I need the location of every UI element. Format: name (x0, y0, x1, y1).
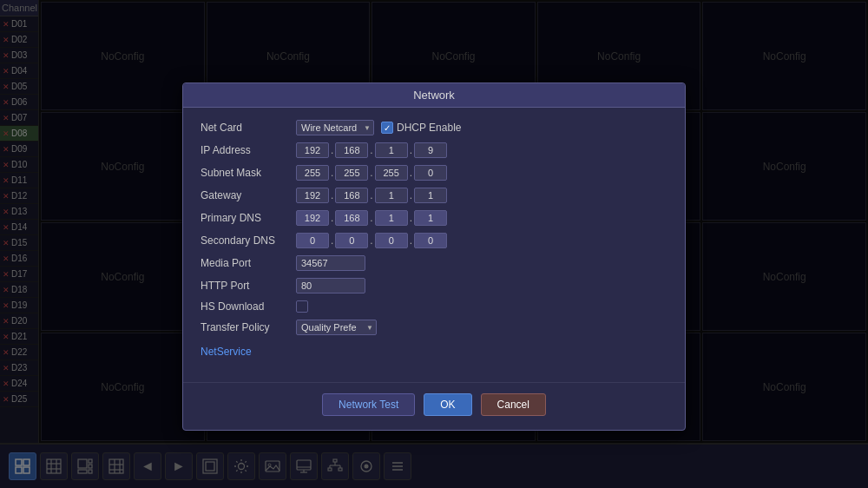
sdns-part-2[interactable] (335, 233, 368, 248)
network-modal: Network Net Card Wire Netcard ✓ DHCP Ena… (182, 82, 686, 431)
hs-download-checkbox[interactable] (296, 300, 308, 313)
dhcp-label[interactable]: ✓ DHCP Enable (381, 122, 461, 134)
subnet-part-4[interactable] (414, 165, 447, 181)
net-service-row: NetService (201, 342, 667, 358)
modal-footer: Network Test OK Cancel (183, 382, 685, 430)
cancel-button[interactable]: Cancel (481, 393, 546, 416)
media-port-row: Media Port (201, 255, 667, 271)
sdns-part-4[interactable] (414, 233, 447, 248)
ip-part-4[interactable] (414, 142, 447, 158)
sdns-part-3[interactable] (375, 233, 408, 248)
pdns-part-2[interactable] (335, 210, 368, 226)
media-port-label: Media Port (201, 257, 296, 269)
gateway-part-3[interactable] (375, 188, 408, 203)
pdns-part-3[interactable] (375, 210, 408, 226)
secondary-dns-label: Secondary DNS (201, 234, 296, 247)
net-card-select-wrapper[interactable]: Wire Netcard (296, 120, 374, 135)
modal-body: Net Card Wire Netcard ✓ DHCP Enable IP A… (183, 108, 685, 377)
http-port-row: HTTP Port (201, 278, 667, 293)
gateway-group: . . . (296, 188, 447, 203)
ip-address-row: IP Address . . . (201, 142, 667, 158)
ip-address-label: IP Address (201, 144, 296, 156)
gateway-part-1[interactable] (296, 188, 329, 203)
ok-button[interactable]: OK (424, 393, 471, 416)
subnet-part-3[interactable] (375, 165, 408, 181)
transfer-policy-select[interactable]: Quality Prefe Fluency Prefe (296, 320, 377, 335)
pdns-part-4[interactable] (414, 210, 447, 226)
dhcp-checkbox[interactable]: ✓ (381, 122, 393, 134)
ip-part-3[interactable] (375, 142, 408, 158)
modal-overlay: Network Net Card Wire Netcard ✓ DHCP Ena… (0, 0, 868, 488)
net-service-link[interactable]: NetService (201, 346, 252, 358)
ip-part-1[interactable] (296, 142, 329, 158)
subnet-mask-label: Subnet Mask (201, 167, 296, 179)
subnet-part-1[interactable] (296, 165, 329, 181)
sdns-part-1[interactable] (296, 233, 329, 248)
transfer-policy-row: Transfer Policy Quality Prefe Fluency Pr… (201, 320, 667, 335)
primary-dns-row: Primary DNS . . . (201, 210, 667, 226)
ip-address-group: . . . (296, 142, 447, 158)
subnet-mask-row: Subnet Mask . . . (201, 165, 667, 181)
net-card-label: Net Card (201, 122, 296, 134)
http-port-input[interactable] (296, 278, 365, 293)
subnet-part-2[interactable] (335, 165, 368, 181)
secondary-dns-row: Secondary DNS . . . (201, 233, 667, 248)
gateway-label: Gateway (201, 189, 296, 201)
secondary-dns-group: . . . (296, 233, 447, 248)
gateway-part-2[interactable] (335, 188, 368, 203)
gateway-row: Gateway . . . (201, 188, 667, 203)
net-card-row: Net Card Wire Netcard ✓ DHCP Enable (201, 120, 667, 135)
network-test-button[interactable]: Network Test (322, 393, 415, 416)
primary-dns-label: Primary DNS (201, 212, 296, 224)
subnet-mask-group: . . . (296, 165, 447, 181)
transfer-policy-select-wrapper[interactable]: Quality Prefe Fluency Prefe (296, 320, 377, 335)
dhcp-label-text: DHCP Enable (397, 122, 461, 134)
net-card-select[interactable]: Wire Netcard (296, 120, 374, 135)
pdns-part-1[interactable] (296, 210, 329, 226)
gateway-part-4[interactable] (414, 188, 447, 203)
http-port-label: HTTP Port (201, 280, 296, 292)
hs-download-row: HS Download (201, 300, 667, 313)
ip-part-2[interactable] (335, 142, 368, 158)
transfer-policy-label: Transfer Policy (201, 321, 296, 333)
hs-download-label: HS Download (201, 300, 296, 313)
primary-dns-group: . . . (296, 210, 447, 226)
modal-title: Network (183, 83, 685, 108)
media-port-input[interactable] (296, 255, 365, 271)
